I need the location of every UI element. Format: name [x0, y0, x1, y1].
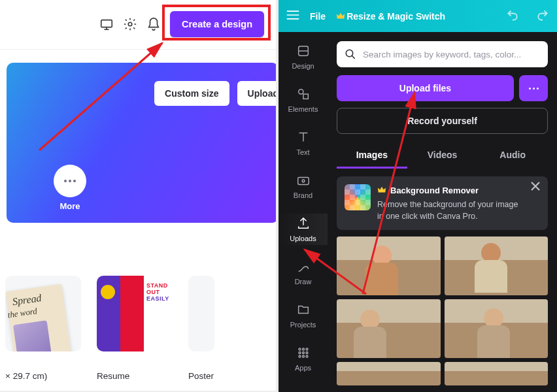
rail-label: Uploads [290, 235, 316, 242]
more-label: More [59, 201, 80, 211]
custom-size-button[interactable]: Custom size [154, 81, 229, 106]
close-icon[interactable] [531, 182, 543, 193]
rail-elements[interactable]: Elements [278, 84, 328, 116]
divider [0, 49, 276, 50]
rail-projects[interactable]: Projects [278, 300, 328, 331]
file-menu[interactable]: File [310, 11, 326, 22]
svg-point-1 [128, 22, 132, 26]
uploaded-image-thumb[interactable] [337, 299, 441, 358]
rail-label: Draw [295, 278, 312, 286]
text-icon [296, 130, 311, 146]
svg-point-12 [306, 352, 308, 354]
upload-button[interactable]: Upload [237, 81, 278, 106]
tab-images[interactable]: Images [337, 143, 407, 169]
draw-icon [296, 259, 311, 275]
rail-label: Text [296, 148, 309, 156]
svg-point-10 [299, 352, 301, 354]
rail-text[interactable]: Text [278, 127, 328, 159]
template-card[interactable] [188, 276, 264, 351]
editor-pane: File Resize & Magic Switch DesignElement… [278, 0, 557, 392]
projects-icon [296, 302, 311, 318]
rail-label: Apps [295, 364, 311, 372]
design-icon [296, 44, 311, 59]
uploaded-image-thumb[interactable] [445, 299, 549, 358]
rail-label: Design [292, 62, 314, 70]
search-input[interactable]: Search images by keyword, tags, color... [337, 41, 548, 67]
svg-point-6 [302, 180, 305, 182]
search-placeholder: Search images by keyword, tags, color... [363, 50, 521, 59]
rail-uploads[interactable]: Uploads [278, 214, 328, 245]
svg-point-15 [306, 355, 308, 357]
gear-icon[interactable] [123, 17, 137, 31]
brand-icon [296, 173, 311, 189]
rail-draw[interactable]: Draw [278, 257, 328, 288]
bell-icon[interactable] [146, 17, 161, 31]
uploaded-image-thumb[interactable] [337, 362, 441, 385]
crown-icon [377, 186, 386, 199]
svg-point-16 [346, 50, 353, 57]
hero-banner: Custom size Upload More [7, 63, 278, 223]
template-caption: Poster [188, 371, 214, 381]
redo-icon[interactable] [536, 8, 549, 24]
undo-icon[interactable] [506, 8, 519, 24]
hamburger-icon[interactable] [286, 10, 299, 22]
more-button[interactable] [54, 165, 86, 197]
create-a-design-button[interactable]: Create a design [170, 11, 264, 37]
crown-icon [336, 12, 345, 23]
side-rail: DesignElementsTextBrandUploadsDrawProjec… [278, 32, 328, 392]
bg-remover-icon [345, 184, 371, 210]
rail-label: Projects [290, 321, 316, 329]
template-caption: × 29.7 cm) [5, 371, 81, 381]
upload-files-button[interactable]: Upload files [337, 75, 514, 101]
upload-more-button[interactable] [519, 75, 548, 101]
rail-label: Brand [294, 191, 312, 199]
tab-videos[interactable]: Videos [407, 143, 478, 169]
svg-rect-4 [303, 94, 308, 99]
record-yourself-button[interactable]: Record yourself [337, 108, 548, 134]
svg-point-8 [302, 348, 304, 350]
svg-rect-0 [101, 20, 112, 27]
elements-icon [296, 87, 311, 103]
promo-description: Remove the background of your image in o… [377, 199, 526, 222]
rail-label: Elements [288, 105, 318, 113]
rail-design[interactable]: Design [278, 41, 328, 73]
uploaded-image-thumb[interactable] [445, 237, 549, 295]
resize-magic-switch-button[interactable]: Resize & Magic Switch [336, 10, 445, 22]
background-remover-promo[interactable]: Background Remover Remove the background… [337, 176, 548, 230]
template-caption: Resume [97, 371, 173, 381]
svg-point-3 [298, 90, 303, 94]
svg-point-13 [299, 355, 301, 357]
svg-point-14 [302, 355, 304, 357]
svg-rect-5 [297, 177, 309, 184]
uploaded-image-thumb[interactable] [445, 362, 549, 385]
rail-apps[interactable]: Apps [278, 343, 328, 374]
home-pane: Create a design Custom size Upload More … [0, 0, 278, 392]
devices-icon[interactable] [99, 17, 114, 31]
apps-icon [296, 346, 311, 361]
template-card[interactable]: Spreadthe word [5, 276, 81, 351]
svg-point-9 [306, 348, 308, 350]
svg-point-7 [299, 348, 301, 350]
template-card[interactable]: STAND OUTEASILY [97, 276, 173, 351]
svg-point-11 [302, 352, 304, 354]
rail-brand[interactable]: Brand [278, 171, 328, 202]
tab-audio[interactable]: Audio [477, 143, 548, 169]
uploaded-image-thumb[interactable] [337, 237, 441, 295]
uploads-icon [296, 216, 311, 232]
